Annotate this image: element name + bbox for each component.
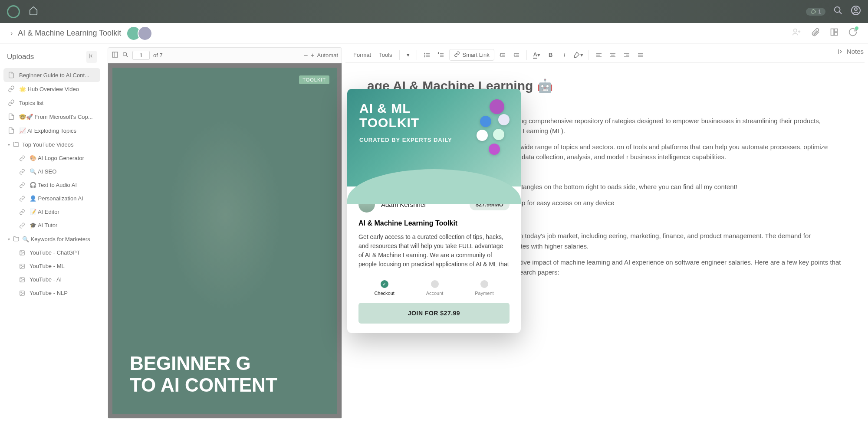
step-dot-icon — [381, 280, 388, 288]
step-label: Account — [426, 291, 444, 296]
modal-product-title: AI & Machine Learning Toolkit — [358, 219, 510, 227]
modal-body: Adam Kershner $27.99/MO AI & Machine Lea… — [347, 186, 521, 333]
step-account[interactable]: Account — [426, 280, 444, 296]
app-icon — [493, 129, 504, 140]
app-icon — [489, 144, 500, 155]
step-checkout[interactable]: Checkout — [374, 280, 394, 296]
modal-hero: AI & ML TOOLKIT CURATED BY EXPERTS DAILY — [347, 89, 521, 186]
app-icon — [480, 116, 491, 127]
step-dot-icon — [480, 280, 488, 288]
step-label: Payment — [475, 291, 493, 296]
app-icon — [498, 114, 510, 125]
modal-description: Get early access to a curated collection… — [358, 232, 510, 272]
hero-app-icons — [470, 97, 513, 157]
checkout-steps: Checkout Account Payment — [358, 280, 510, 296]
app-icon — [490, 99, 504, 114]
step-payment[interactable]: Payment — [475, 280, 493, 296]
step-dot-icon — [431, 280, 439, 288]
app-icon — [477, 130, 488, 141]
hero-wave — [347, 169, 521, 204]
modal-overlay[interactable]: AI & ML TOOLKIT CURATED BY EXPERTS DAILY… — [0, 0, 868, 422]
checkout-modal: AI & ML TOOLKIT CURATED BY EXPERTS DAILY… — [347, 89, 521, 333]
join-button[interactable]: JOIN FOR $27.99 — [358, 303, 510, 324]
step-label: Checkout — [374, 291, 394, 296]
